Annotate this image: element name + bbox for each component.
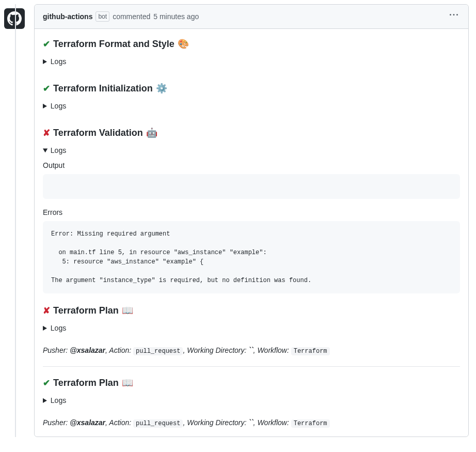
- section-title: ✘ Terraform Validation 🤖: [43, 126, 460, 140]
- logs-disclosure[interactable]: Logs: [43, 323, 460, 338]
- logs-toggle[interactable]: Logs: [43, 395, 460, 406]
- logs-disclosure[interactable]: Logs: [43, 101, 460, 116]
- output-label: Output: [43, 160, 460, 171]
- checkmark-icon: ✔: [43, 38, 50, 51]
- checkmark-icon: ✔: [43, 377, 50, 390]
- bot-badge: bot: [96, 11, 109, 22]
- comment-action: commented: [113, 11, 150, 22]
- section-title: ✘ Terraform Plan 📖: [43, 304, 460, 318]
- logs-toggle[interactable]: Logs: [43, 56, 460, 67]
- section-format: ✔ Terraform Format and Style 🎨 Logs: [43, 37, 460, 71]
- footer-line: Pusher: @xsalazar, Action: pull_request,…: [43, 417, 460, 428]
- comment-header: github-actions bot commented 5 minutes a…: [35, 5, 468, 29]
- logs-toggle[interactable]: Logs: [43, 323, 460, 334]
- footer-line: Pusher: @xsalazar, Action: pull_request,…: [43, 345, 460, 356]
- errors-label: Errors: [43, 207, 460, 218]
- gear-icon: ⚙️: [156, 82, 167, 96]
- kebab-menu-icon[interactable]: [448, 9, 460, 24]
- section-title-text: Terraform Plan: [53, 376, 119, 390]
- section-title-text: Terraform Plan: [53, 304, 119, 318]
- section-title-text: Terraform Validation: [53, 126, 143, 140]
- section-init: ✔ Terraform Initialization ⚙️ Logs: [43, 82, 460, 116]
- cross-icon: ✘: [43, 127, 50, 140]
- section-title: ✔ Terraform Plan 📖: [43, 376, 460, 390]
- robot-icon: 🤖: [146, 126, 157, 140]
- section-title-text: Terraform Initialization: [53, 82, 153, 96]
- section-title: ✔ Terraform Format and Style 🎨: [43, 37, 460, 51]
- author-link[interactable]: github-actions: [43, 11, 92, 22]
- logs-toggle[interactable]: Logs: [43, 145, 460, 156]
- errors-codeblock: Error: Missing required argument on main…: [43, 221, 460, 293]
- divider: [43, 366, 460, 367]
- section-title: ✔ Terraform Initialization ⚙️: [43, 82, 460, 96]
- section-validation: ✘ Terraform Validation 🤖 Logs Output Err…: [43, 126, 460, 293]
- section-plan-fail: ✘ Terraform Plan 📖 Logs Pusher: @xsalaza…: [43, 304, 460, 356]
- logs-disclosure[interactable]: Logs: [43, 56, 460, 71]
- output-codeblock: [43, 174, 460, 199]
- logs-disclosure[interactable]: Logs Output Errors Error: Missing requir…: [43, 145, 460, 293]
- logs-toggle[interactable]: Logs: [43, 101, 460, 112]
- timestamp[interactable]: 5 minutes ago: [153, 11, 199, 22]
- section-plan-ok: ✔ Terraform Plan 📖 Logs Pusher: @xsalaza…: [43, 376, 460, 428]
- palette-icon: 🎨: [178, 37, 189, 51]
- section-title-text: Terraform Format and Style: [53, 37, 174, 51]
- comment-body: ✔ Terraform Format and Style 🎨 Logs ✔ Te…: [35, 29, 468, 437]
- logs-disclosure[interactable]: Logs: [43, 395, 460, 410]
- checkmark-icon: ✔: [43, 82, 50, 96]
- comment-card: github-actions bot commented 5 minutes a…: [34, 4, 469, 437]
- book-icon: 📖: [122, 304, 133, 318]
- cross-icon: ✘: [43, 304, 50, 318]
- book-icon: 📖: [122, 376, 133, 390]
